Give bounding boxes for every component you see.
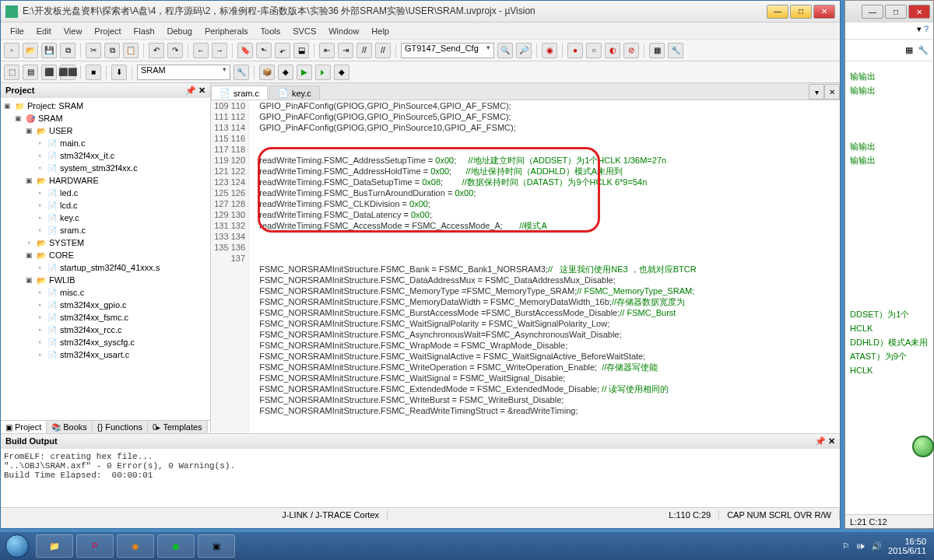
assistant-orb-icon[interactable] <box>912 436 934 457</box>
editor-close-icon[interactable]: ✕ <box>824 84 840 100</box>
taskbar-explorer-icon[interactable]: 📁 <box>36 534 73 558</box>
menu-help[interactable]: Help <box>365 25 395 37</box>
tree-group-system[interactable]: SYSTEM <box>49 238 84 247</box>
tree-file[interactable]: stm32f4xx_usart.c <box>60 350 129 359</box>
menu-edit[interactable]: Edit <box>30 25 58 37</box>
build-icon[interactable]: ▤ <box>23 65 38 80</box>
project-tree[interactable]: ▣📁Project: SRAM ▣🎯SRAM ▣📂USER ▫📄main.c ▫… <box>1 98 210 420</box>
new-icon[interactable]: ▫ <box>4 43 19 58</box>
tray-flag-icon[interactable]: ⚐ <box>842 541 850 551</box>
debug-icon[interactable]: ◉ <box>542 43 557 58</box>
indent-left-icon[interactable]: ⇤ <box>319 43 335 58</box>
tree-group-fwlib[interactable]: FWLIB <box>49 275 75 285</box>
save-icon[interactable]: 💾 <box>41 43 57 58</box>
copy-icon[interactable]: ⧉ <box>104 43 120 58</box>
tree-root[interactable]: Project: SRAM <box>27 101 83 110</box>
config-combo[interactable]: GT9147_Send_Cfg <box>401 43 494 58</box>
tree-file[interactable]: stm32f4xx_fsmc.c <box>60 313 128 322</box>
bg-help-icon[interactable]: ? <box>924 24 929 37</box>
find-icon[interactable]: 🔍 <box>497 43 513 58</box>
bp-disable-icon[interactable]: ◐ <box>605 43 620 58</box>
tree-group-core[interactable]: CORE <box>49 250 74 260</box>
maximize-button[interactable]: □ <box>790 5 812 19</box>
taskbar-wechat-icon[interactable]: ◉ <box>157 534 195 558</box>
pin-icon[interactable]: 📌 <box>815 436 826 446</box>
tree-target[interactable]: SRAM <box>38 114 63 123</box>
bg-minimize-button[interactable]: — <box>862 5 883 19</box>
window-icon[interactable]: ▦ <box>649 43 665 58</box>
pin-icon[interactable]: 📌 <box>185 86 196 95</box>
options-icon[interactable]: 🔧 <box>234 65 249 80</box>
manage-icon[interactable]: 📦 <box>259 65 275 80</box>
menu-flash[interactable]: Flash <box>128 25 161 37</box>
download-icon[interactable]: ⬇ <box>111 65 127 80</box>
indent-right-icon[interactable]: ⇥ <box>338 43 353 58</box>
undo-icon[interactable]: ↶ <box>149 43 164 58</box>
config-icon[interactable]: 🔧 <box>668 43 683 58</box>
tray-volume-icon[interactable]: 🔊 <box>871 541 882 551</box>
tree-file[interactable]: stm32f4xx_rcc.c <box>60 325 121 334</box>
menu-file[interactable]: File <box>4 25 30 37</box>
taskbar-powerpoint-icon[interactable]: P <box>76 534 114 558</box>
tree-file[interactable]: stm32f4xx_gpio.c <box>60 300 127 310</box>
titlebar[interactable]: E:\开发板光盘资料\探索者\A盘\4，程序源码\2，标准例程-库函数版本\实验… <box>1 1 840 23</box>
menu-view[interactable]: View <box>58 25 89 37</box>
tree-file[interactable]: led.c <box>60 188 78 198</box>
tray-network-icon[interactable]: 🕪 <box>856 541 865 551</box>
code-editor[interactable]: 109 110 111 112 113 114 115 116 117 118 … <box>211 100 840 433</box>
comment-icon[interactable]: // <box>356 43 372 58</box>
close-button[interactable]: ✕ <box>813 5 835 19</box>
taskbar-foxit-icon[interactable]: ◉ <box>117 534 154 558</box>
tree-file[interactable]: key.c <box>60 213 79 222</box>
tree-file[interactable]: startup_stm32f40_41xxx.s <box>60 263 160 272</box>
bookmark-prev-icon[interactable]: ⬑ <box>256 43 272 58</box>
bg-dropdown-icon[interactable]: ▾ <box>917 24 922 37</box>
panel-close-icon[interactable]: ✕ <box>828 436 835 446</box>
saveall-icon[interactable]: ⧉ <box>60 43 75 58</box>
menu-debug[interactable]: Debug <box>161 25 198 37</box>
taskbar[interactable]: 📁 P ◉ ◉ ▣ ⚐ 🕪 🔊 16:50 2015/6/11 <box>0 532 934 560</box>
bookmark-clear-icon[interactable]: ⬓ <box>293 43 309 58</box>
start-button[interactable] <box>0 532 34 560</box>
menu-tools[interactable]: Tools <box>255 25 287 37</box>
menu-window[interactable]: Window <box>322 25 365 37</box>
back-icon[interactable]: ← <box>193 43 209 58</box>
tree-group-hardware[interactable]: HARDWARE <box>49 176 99 185</box>
tab-books[interactable]: 📚 Books <box>47 421 93 433</box>
build-output-text[interactable]: FromELF: creating hex file... "..\OBJ\SR… <box>1 449 840 507</box>
menu-peripherals[interactable]: Peripherals <box>198 25 255 37</box>
bp-kill-icon[interactable]: ⊘ <box>623 43 639 58</box>
tree-file[interactable]: stm32f4xx_syscfg.c <box>60 338 135 347</box>
bg-tool-icon[interactable]: 🔧 <box>918 45 929 55</box>
tree-group-user[interactable]: USER <box>49 126 73 135</box>
findfiles-icon[interactable]: 🔎 <box>516 43 532 58</box>
tab-project[interactable]: ▣ Project <box>1 421 47 433</box>
bp-insert-icon[interactable]: ● <box>567 43 583 58</box>
rebuild-icon[interactable]: ⬛ <box>41 65 57 80</box>
menu-project[interactable]: Project <box>88 25 127 37</box>
paste-icon[interactable]: 📋 <box>123 43 139 58</box>
tab-sram[interactable]: 📄 sram.c <box>211 86 268 100</box>
manage-rte-icon[interactable]: ◆ <box>334 65 349 80</box>
run2-icon[interactable]: ⏵ <box>315 65 331 80</box>
bookmark-icon[interactable]: 🔖 <box>237 43 253 58</box>
tree-file[interactable]: stm32f4xx_it.c <box>60 151 114 160</box>
tray-clock[interactable]: 16:50 2015/6/11 <box>888 537 926 555</box>
redo-icon[interactable]: ↷ <box>167 43 183 58</box>
menu-svcs[interactable]: SVCS <box>286 25 322 37</box>
bg-tool-icon[interactable]: ▦ <box>905 45 913 55</box>
stop-build-icon[interactable]: ■ <box>86 65 101 80</box>
minimize-button[interactable]: — <box>767 5 788 19</box>
editor-dropdown-icon[interactable]: ▾ <box>809 84 824 100</box>
tab-templates[interactable]: 0▸ Templates <box>148 421 208 433</box>
bg-maximize-button[interactable]: □ <box>885 5 907 19</box>
taskbar-uvision-icon[interactable]: ▣ <box>198 534 235 558</box>
system-tray[interactable]: ⚐ 🕪 🔊 16:50 2015/6/11 <box>834 537 934 555</box>
target-combo[interactable]: SRAM <box>137 65 230 80</box>
batch-build-icon[interactable]: ⬛⬛ <box>60 65 75 80</box>
bg-close-button[interactable]: ✕ <box>908 5 930 19</box>
tab-functions[interactable]: {} Functions <box>93 421 148 433</box>
tree-file[interactable]: main.c <box>60 138 85 148</box>
translate-icon[interactable]: ⬚ <box>4 65 19 80</box>
forward-icon[interactable]: → <box>212 43 227 58</box>
